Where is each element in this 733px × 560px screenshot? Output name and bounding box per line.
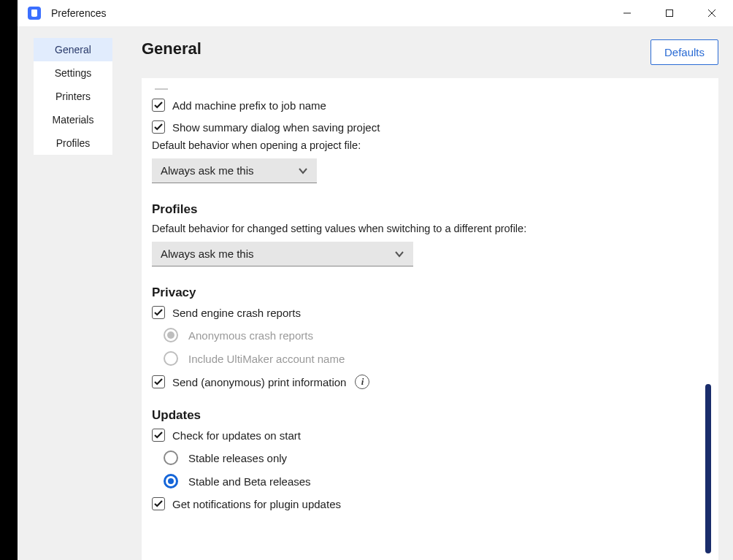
privacy-section-title: Privacy: [152, 285, 707, 300]
main: General Defaults Add machine prefix to j…: [112, 26, 733, 560]
updates-section-title: Updates: [152, 408, 707, 423]
check-updates-checkbox[interactable]: [152, 429, 165, 442]
profiles-switch-value: Always ask me this: [161, 248, 254, 260]
show-summary-label: Show summary dialog when saving project: [172, 121, 380, 134]
add-prefix-label: Add machine prefix to job name: [172, 99, 326, 112]
sidebar-nav: General Settings Printers Materials Prof…: [34, 38, 112, 155]
profiles-section-title: Profiles: [152, 202, 707, 217]
stable-beta-radio[interactable]: [164, 474, 178, 488]
crash-reports-label: Send engine crash reports: [172, 307, 301, 319]
anon-crash-radio: [164, 328, 178, 342]
close-button[interactable]: [691, 0, 733, 26]
chevron-down-icon: [298, 167, 308, 174]
sidebar: General Settings Printers Materials Prof…: [18, 26, 112, 560]
defaults-button[interactable]: Defaults: [651, 39, 718, 65]
crash-reports-checkbox[interactable]: [152, 306, 165, 319]
sidebar-item-materials[interactable]: Materials: [34, 108, 112, 131]
show-summary-checkbox[interactable]: [152, 120, 165, 134]
add-prefix-checkbox[interactable]: [152, 99, 165, 112]
minimize-button[interactable]: [606, 0, 648, 26]
window-controls: [606, 0, 733, 26]
sidebar-item-settings[interactable]: Settings: [34, 61, 112, 85]
plugin-updates-label: Get notifications for plugin updates: [172, 498, 341, 510]
app-icon: [28, 7, 41, 20]
profiles-switch-dropdown[interactable]: Always ask me this: [152, 242, 413, 266]
panel-divider: [155, 88, 168, 90]
print-info-checkbox[interactable]: [152, 375, 165, 388]
include-account-label: Include UltiMaker account name: [188, 353, 345, 365]
stable-only-radio[interactable]: [164, 450, 178, 465]
stable-beta-label: Stable and Beta releases: [188, 475, 311, 488]
info-icon[interactable]: i: [355, 375, 369, 389]
maximize-button[interactable]: [648, 0, 691, 26]
content-area: General Settings Printers Materials Prof…: [18, 26, 733, 560]
page-title: General: [142, 39, 202, 58]
settings-panel: Add machine prefix to job name Show summ…: [142, 78, 718, 560]
open-behavior-helper: Default behavior when opening a project …: [152, 139, 707, 151]
open-behavior-value: Always ask me this: [161, 164, 254, 177]
include-account-radio: [164, 351, 178, 366]
chevron-down-icon: [394, 250, 404, 258]
sidebar-item-general[interactable]: General: [34, 38, 112, 61]
window-title: Preferences: [51, 7, 106, 19]
app-chrome-left: [0, 0, 18, 560]
plugin-updates-checkbox[interactable]: [152, 497, 165, 510]
scrollbar-thumb[interactable]: [705, 384, 711, 553]
check-updates-label: Check for updates on start: [172, 429, 301, 442]
svg-rect-1: [667, 10, 673, 17]
main-header: General Defaults: [142, 39, 718, 65]
profiles-switch-helper: Default behavior for changed setting val…: [152, 223, 707, 234]
open-behavior-dropdown[interactable]: Always ask me this: [152, 158, 317, 183]
titlebar: Preferences: [18, 0, 733, 26]
print-info-label: Send (anonymous) print information: [172, 376, 346, 388]
sidebar-item-printers[interactable]: Printers: [34, 85, 112, 108]
sidebar-item-profiles[interactable]: Profiles: [34, 131, 112, 155]
anon-crash-label: Anonymous crash reports: [188, 329, 313, 342]
stable-only-label: Stable releases only: [188, 452, 287, 464]
